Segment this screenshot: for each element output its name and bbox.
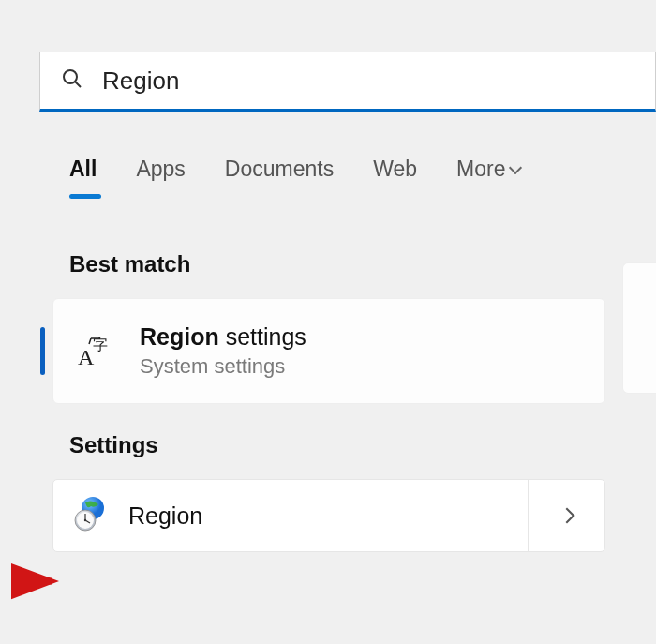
best-match-result[interactable]: A 字 Region settings System settings bbox=[52, 298, 605, 404]
tab-apps[interactable]: Apps bbox=[136, 157, 185, 193]
best-match-title: Region settings bbox=[140, 323, 306, 351]
search-input[interactable] bbox=[102, 67, 634, 96]
side-panel bbox=[622, 262, 656, 394]
best-match-text: Region settings System settings bbox=[140, 323, 306, 379]
tab-more-label: More bbox=[456, 157, 505, 182]
language-settings-icon: A 字 bbox=[76, 333, 117, 370]
tab-documents[interactable]: Documents bbox=[225, 157, 334, 193]
tab-all[interactable]: All bbox=[69, 157, 97, 193]
svg-point-11 bbox=[84, 519, 86, 521]
svg-line-1 bbox=[75, 82, 81, 87]
search-box[interactable] bbox=[39, 52, 656, 112]
best-match-subtitle: System settings bbox=[140, 354, 306, 379]
tab-web[interactable]: Web bbox=[373, 157, 417, 193]
chevron-down-icon bbox=[509, 160, 522, 173]
settings-result-main[interactable]: Region bbox=[53, 480, 528, 551]
globe-clock-icon bbox=[72, 495, 110, 536]
arrow-annotation-icon bbox=[11, 558, 67, 605]
settings-result-label: Region bbox=[128, 502, 202, 530]
tabs-row: All Apps Documents Web More bbox=[39, 112, 656, 193]
search-container: All Apps Documents Web More Best match A… bbox=[39, 52, 656, 552]
settings-header: Settings bbox=[69, 432, 656, 458]
expand-button[interactable] bbox=[528, 480, 604, 551]
best-match-header: Best match bbox=[69, 251, 656, 277]
chevron-right-icon bbox=[559, 508, 574, 524]
svg-point-0 bbox=[64, 70, 77, 83]
settings-result-row[interactable]: Region bbox=[52, 479, 605, 552]
svg-line-5 bbox=[89, 338, 91, 344]
tab-more[interactable]: More bbox=[456, 157, 520, 193]
search-icon bbox=[61, 67, 83, 94]
